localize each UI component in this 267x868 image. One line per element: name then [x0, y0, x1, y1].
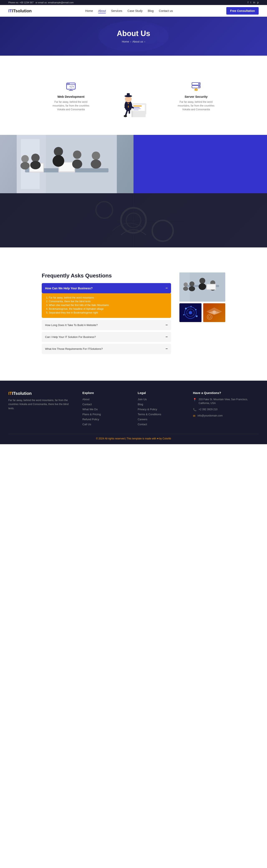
faq-expand-icon-2: −: [166, 335, 168, 339]
footer-link-blog[interactable]: Blog: [138, 403, 185, 406]
web-dev-desc: Far far away, behind the word mountains,…: [50, 100, 92, 111]
web-dev-icon: </>: [65, 81, 77, 92]
footer-link-privacy[interactable]: Privacy & Policy: [138, 407, 185, 411]
faq-expand-icon-1: −: [166, 323, 168, 327]
footer-legal: Legal Join Us Blog Privacy & Policy Term…: [138, 391, 185, 428]
footer-logo: ITITsolution: [8, 391, 74, 396]
footer-brand: ITITsolution Far far away, behind the wo…: [8, 391, 74, 428]
svg-point-66: [199, 283, 206, 290]
svg-point-47: [53, 155, 64, 167]
svg-rect-15: [133, 107, 140, 108]
email-address: emailsample@email.com: [48, 1, 73, 4]
faq-bottom-images: [179, 303, 225, 322]
footer-link-contact2[interactable]: Contact: [138, 423, 185, 426]
footer-link-contact[interactable]: Contact: [82, 403, 129, 406]
svg-point-48: [73, 151, 81, 159]
service-server-security: Server Security Far far away, behind the…: [175, 81, 217, 111]
svg-point-7: [67, 83, 68, 84]
footer-email: info@yourdomain.com: [198, 414, 222, 417]
facebook-icon[interactable]: f: [247, 1, 248, 4]
faq-question-0[interactable]: How Can We Help Your Business? −: [42, 283, 171, 293]
nav-case-study[interactable]: Case Study: [127, 9, 143, 12]
faq-item-1[interactable]: How Long Does It Take To Build A Website…: [42, 320, 171, 330]
split-section: [0, 135, 267, 193]
svg-point-53: [91, 159, 101, 168]
faq-title: Frequently Asks Questions: [42, 273, 171, 279]
footer-link-refund[interactable]: Refund Policy: [82, 417, 129, 421]
faq-item-3[interactable]: What Are Those Requirements For ITSoluti…: [42, 344, 171, 354]
top-bar: Phone no: +00 1234 567 or email us: emai…: [0, 0, 267, 5]
faq-answer-item: Far far away, behind the word mountains: [49, 296, 168, 299]
nav-services[interactable]: Services: [111, 9, 122, 12]
phone-number: +00 1234 567: [20, 1, 34, 4]
footer-contact-title: Have a Questions?: [193, 391, 259, 395]
footer-link-what-we-do[interactable]: What We Do: [82, 407, 129, 411]
footer-grid: ITITsolution Far far away, behind the wo…: [8, 391, 259, 428]
nav-home[interactable]: Home: [85, 9, 93, 12]
svg-point-65: [200, 278, 205, 284]
footer-explore-links: About Contact What We Do Plans & Pricing…: [82, 398, 129, 426]
faq-section: Frequently Asks Questions How Can We Hel…: [0, 247, 267, 381]
breadcrumb-current: About us: [132, 40, 143, 43]
twitter-icon[interactable]: t: [250, 1, 251, 4]
breadcrumb-arrow: ›: [130, 40, 131, 43]
services-grid: </> Web Development Far far away, behind…: [40, 81, 227, 118]
navbar: ITITsolution Home About Services Case St…: [0, 5, 267, 17]
faq-orange-svg: [203, 303, 225, 322]
faq-tech-img-2: [203, 303, 225, 322]
svg-point-50: [21, 155, 29, 163]
footer-link-terms[interactable]: Terms & Conditions: [138, 412, 185, 416]
faq-tech-img-1: [179, 303, 202, 322]
nav-about[interactable]: About: [98, 9, 106, 12]
svg-point-35: [198, 86, 200, 87]
man-computer-svg: [117, 81, 150, 118]
footer-link-call-us[interactable]: Call Us: [82, 423, 129, 426]
svg-point-44: [31, 154, 40, 162]
social-icons: f t in p: [247, 1, 259, 4]
pinterest-icon[interactable]: p: [257, 1, 259, 4]
svg-point-52: [92, 152, 100, 160]
nav-contact[interactable]: Contact us: [159, 9, 173, 12]
footer-address: 203 Fake St. Mountain View, San Francisc…: [199, 398, 259, 405]
hero-banner: About Us Home › About us ›: [0, 17, 267, 56]
faq-answer-0: Far far away, behind the word mountains …: [42, 293, 171, 318]
faq-question-3-text: What Are Those Requirements For ITSoluti…: [45, 347, 103, 350]
svg-rect-3: [98, 28, 114, 40]
svg-point-64: [189, 286, 195, 291]
svg-point-63: [189, 281, 195, 286]
consultation-button[interactable]: Free Consultation: [226, 7, 259, 14]
server-security-desc: Far far away, behind the word mountains,…: [175, 100, 217, 111]
nav-blog[interactable]: Blog: [148, 9, 153, 12]
services-section: </> Web Development Far far away, behind…: [0, 68, 267, 127]
email-icon: ✉: [193, 414, 196, 417]
copyright-text: © 2024 All rights reserved | This templa…: [96, 437, 171, 440]
footer-explore: Explore About Contact What We Do Plans &…: [82, 391, 129, 428]
location-icon: 📍: [193, 398, 197, 401]
svg-rect-20: [131, 111, 133, 117]
top-bar-contact: Phone no: +00 1234 567 or email us: emai…: [8, 1, 73, 4]
footer-explore-title: Explore: [82, 391, 129, 395]
dark-section: [0, 193, 267, 247]
footer-link-about[interactable]: About: [82, 398, 129, 401]
web-dev-title: Web Development: [50, 95, 92, 98]
footer-link-careers[interactable]: Careers: [138, 417, 185, 421]
svg-point-91: [213, 310, 216, 314]
svg-rect-21: [133, 111, 146, 117]
footer-link-plans-pricing[interactable]: Plans & Pricing: [82, 412, 129, 416]
svg-point-8: [69, 83, 69, 84]
team-svg: [0, 135, 134, 193]
service-web-dev: </> Web Development Far far away, behind…: [50, 81, 92, 111]
footer: ITITsolution Far far away, behind the wo…: [0, 381, 267, 444]
footer-legal-links: Join Us Blog Privacy & Policy Terms & Co…: [138, 398, 185, 426]
faq-team-img: [179, 273, 225, 302]
spacer1: [0, 56, 267, 68]
footer-address-item: 📍 203 Fake St. Mountain View, San Franci…: [193, 398, 259, 405]
footer-desc: Far far away, behind the word mountains,…: [8, 398, 74, 410]
faq-answer-item: Bookmarksgrove, the headline of Alphabet…: [49, 307, 168, 310]
svg-point-49: [72, 159, 82, 168]
instagram-icon[interactable]: in: [253, 1, 255, 4]
footer-link-join[interactable]: Join Us: [138, 398, 185, 401]
faq-item-2[interactable]: Can I Help Your IT Solution For Business…: [42, 332, 171, 342]
breadcrumb-home[interactable]: Home: [122, 40, 129, 43]
breadcrumb-arrow2: ›: [144, 40, 145, 43]
